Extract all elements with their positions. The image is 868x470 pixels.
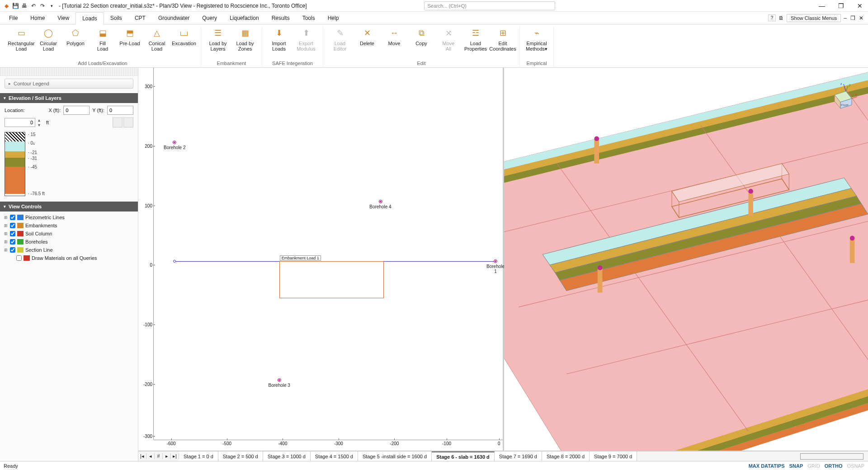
delete-button[interactable]: ✕Delete [354, 26, 380, 52]
menu-tab-view[interactable]: View [51, 12, 75, 24]
pick-location-button[interactable] [113, 118, 123, 127]
menu-tab-cpt[interactable]: CPT [128, 12, 152, 24]
view-controls-header[interactable]: ▾ View Controls [0, 202, 138, 212]
x-input[interactable] [63, 106, 90, 115]
plan-canvas[interactable]: Embankment Load 1Borehole 2Borehole 4Bor… [154, 68, 503, 440]
depth-input[interactable] [5, 118, 35, 127]
stage-prev[interactable]: ◂ [146, 453, 155, 459]
copy-button[interactable]: ⧉Copy [408, 26, 434, 52]
menu-tab-results[interactable]: Results [265, 12, 296, 24]
borehole-marker[interactable]: Borehole 3 [269, 378, 290, 388]
borehole-marker[interactable]: Borehole 1 [486, 259, 505, 274]
tree-checkbox[interactable] [10, 239, 15, 244]
load-properties-button[interactable]: ☲LoadProperties [462, 26, 489, 52]
menu-tab-help[interactable]: Help [321, 12, 345, 24]
status-toggle-grid[interactable]: GRID [807, 463, 820, 469]
stage-minimap[interactable] [800, 453, 863, 460]
excavation-button[interactable]: ⌴Excavation [171, 26, 197, 52]
contour-legend-toggle[interactable]: ▸ Contour Legend [5, 79, 133, 89]
status-toggle-osnap[interactable]: OSNAP [847, 463, 864, 469]
embankment-load[interactable]: Embankment Load 1 [279, 261, 384, 298]
soil-layer [5, 132, 25, 141]
stage-tab[interactable]: Stage 7 = 1690 d [495, 451, 542, 461]
rectangular-load-icon: ▭ [15, 27, 28, 40]
polygon-button[interactable]: ⬠Polygon [62, 26, 89, 52]
redo-icon[interactable]: ↷ [39, 2, 46, 9]
stage-tab[interactable]: Stage 3 = 1000 d [263, 451, 311, 461]
pre-load-button[interactable]: ⬒Pre-Load [117, 26, 143, 52]
stage-tab[interactable]: Stage 2 = 500 d [218, 451, 263, 461]
plan-view[interactable]: 3002001000-100-200-300 -600-500-400-300-… [138, 68, 504, 451]
y-input[interactable] [107, 106, 133, 115]
mdi-close[interactable]: ✕ [859, 15, 864, 21]
fill-load-button[interactable]: ⬓FillLoad [90, 26, 116, 52]
stage-tab[interactable]: Stage 9 = 7000 d [590, 451, 637, 461]
borehole-marker[interactable]: Borehole 4 [369, 200, 391, 209]
menu-tab-tools[interactable]: Tools [296, 12, 321, 24]
tree-node[interactable]: ⊞Boreholes [4, 238, 134, 246]
mdi-restore[interactable]: ❐ [850, 15, 856, 21]
contour-legend-label: Contour Legend [14, 81, 49, 86]
menu-tab-home[interactable]: Home [24, 12, 51, 24]
menu-tab-soils[interactable]: Soils [104, 12, 128, 24]
status-toggle-ortho[interactable]: ORTHO [825, 463, 843, 469]
stage-first[interactable]: |◂ [138, 453, 146, 459]
menu-tab-query[interactable]: Query [196, 12, 223, 24]
menu-tab-liquefaction[interactable]: Liquefaction [223, 12, 265, 24]
lock-button[interactable] [123, 118, 133, 127]
stage-tab[interactable]: Stage 8 = 2000 d [542, 451, 590, 461]
menu-tab-groundwater[interactable]: Groundwater [152, 12, 196, 24]
depth-spin-up[interactable]: ▴ [38, 118, 43, 122]
undo-icon[interactable]: ↶ [30, 2, 37, 9]
stage-menu[interactable]: # [155, 453, 163, 459]
stage-tab[interactable]: Stage 1 = 0 d [179, 451, 218, 461]
minimize-button[interactable]: — [816, 2, 827, 9]
print-icon[interactable]: 🖶 [21, 2, 28, 9]
conical-load-button[interactable]: △ConicalLoad [144, 26, 170, 52]
tree-checkbox[interactable] [10, 231, 15, 236]
tree-checkbox[interactable] [10, 223, 15, 228]
stage-tab[interactable]: Stage 5 -install side = 1600 d [358, 451, 432, 461]
import-loads-icon: ⬇ [273, 27, 285, 40]
tree-checkbox[interactable] [10, 215, 15, 220]
view-cube[interactable]: Front x y z [826, 81, 857, 113]
tree-checkbox[interactable] [10, 247, 15, 253]
tree-node[interactable]: Draw Materials on all Queries [4, 254, 134, 262]
view-controls-tree: ⊞Piezometric Lines⊞Embankments⊞Soil Colu… [0, 212, 138, 264]
qa-dropdown-icon[interactable]: ▾ [48, 2, 55, 9]
doc-icon[interactable]: 🗎 [778, 15, 784, 21]
stage-tab[interactable]: Stage 6 - slab = 1630 d [432, 451, 495, 461]
circular-load-button[interactable]: ◯CircularLoad [35, 26, 61, 52]
menu-tab-loads[interactable]: Loads [75, 12, 104, 24]
borehole-marker[interactable]: Borehole 2 [164, 141, 185, 150]
elevation-header[interactable]: ▾ Elevation / Soil Layers [0, 93, 138, 103]
import-loads-button[interactable]: ⬇ImportLoads [266, 26, 292, 52]
stage-next[interactable]: ▸ [163, 453, 171, 459]
mdi-minimize[interactable]: – [844, 15, 848, 21]
tree-node[interactable]: ⊞Section Line [4, 246, 134, 254]
status-toggle-max-datatips[interactable]: MAX DATATIPS [749, 463, 785, 469]
empirical-methods-button[interactable]: ⌁EmpiricalMethods▾ [524, 26, 550, 52]
help-icon[interactable]: ? [768, 14, 776, 21]
search-input[interactable]: Search... (Ctrl+Q) [424, 1, 555, 10]
load-by-layers-button[interactable]: ☰Load byLayers [205, 26, 231, 52]
panel-grip[interactable] [0, 68, 138, 76]
tree-node[interactable]: ⊞Soil Column [4, 230, 134, 238]
move-button[interactable]: ↔Move [381, 26, 407, 52]
load-by-zones-button[interactable]: ▦Load byZones [232, 26, 258, 52]
depth-spin-down[interactable]: ▾ [38, 122, 43, 127]
stage-last[interactable]: ▸| [171, 453, 179, 459]
save-icon[interactable]: 💾 [12, 2, 19, 9]
maximize-button[interactable]: ❐ [835, 2, 846, 9]
status-toggle-snap[interactable]: SNAP [789, 463, 803, 469]
stage-tab[interactable]: Stage 4 = 1500 d [311, 451, 358, 461]
tree-node[interactable]: ⊞Piezometric Lines [4, 213, 134, 221]
3d-view[interactable]: Front x y z [504, 68, 868, 451]
tree-checkbox[interactable] [16, 255, 22, 261]
show-classic-menus-button[interactable]: Show Classic Menus [787, 14, 841, 22]
edit-coordinates-button[interactable]: ⊞EditCoordinates [490, 26, 516, 52]
menu-tab-file[interactable]: File [3, 12, 24, 24]
rectangular-load-button[interactable]: ▭RectangularLoad [8, 26, 34, 52]
tree-node[interactable]: ⊞Embankments [4, 221, 134, 230]
close-button[interactable]: ✕ [854, 2, 865, 9]
